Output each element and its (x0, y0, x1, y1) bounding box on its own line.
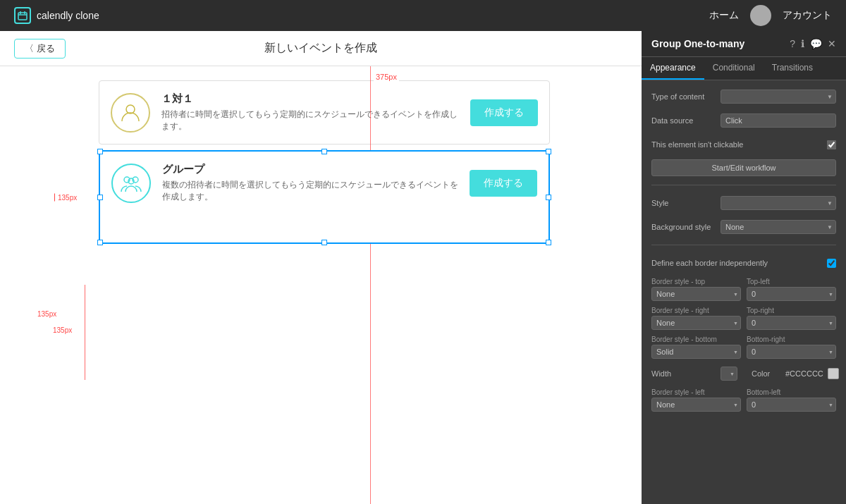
border-bottom-label: Border style - bottom (651, 336, 741, 343)
border-right-section: Border style - right None Top-right 0 (651, 307, 836, 330)
handle-bottom-left[interactable] (97, 240, 103, 245)
svg-point-4 (126, 105, 135, 113)
handle-bottom-right[interactable] (546, 240, 551, 245)
border-left-select-wrap: None (651, 398, 741, 412)
app-logo (14, 7, 31, 24)
border-left-label: Border style - left (651, 388, 741, 396)
handle-top-center[interactable] (321, 149, 327, 154)
card-one-to-one: １対１ 招待者に時間を選択してもらう定期的にスケジュールできるイベントを作成しま… (99, 80, 550, 145)
style-label: Style (651, 199, 715, 207)
width-label: Width (651, 369, 715, 378)
canvas-area: 〈 戻る 新しいイベントを作成 375px 135px (0, 31, 642, 504)
border-bottom-row: Border style - bottom Solid Bottom-right… (651, 336, 836, 359)
not-clickable-row: This element isn't clickable (651, 135, 836, 154)
info-icon[interactable]: ℹ (801, 38, 804, 49)
data-source-label: Data source (651, 116, 715, 125)
bottom-left-col: Bottom-left 0 (747, 388, 836, 412)
define-border-checkbox[interactable] (827, 259, 836, 268)
bottom-right-label: Bottom-right (747, 336, 836, 343)
card-title-group: グループ (162, 163, 458, 176)
chat-icon[interactable]: 💬 (810, 38, 822, 49)
border-top-select[interactable]: None (651, 287, 741, 301)
selected-group[interactable]: 135px (99, 150, 550, 244)
bottom-left-select[interactable]: 0 (747, 398, 836, 412)
border-bottom-section: Border style - bottom Solid Bottom-right… (651, 336, 836, 359)
type-of-content-row: Type of content (651, 87, 836, 106)
width-select[interactable]: 1 (721, 367, 737, 381)
nav-right: ホーム アカウント (709, 5, 832, 26)
card-info-one-to-one: １対１ 招待者に時間を選択してもらう定期的にスケジュールできるイベントを作成しま… (161, 92, 459, 133)
panel-header: Group One-to-many ? ℹ 💬 ✕ (642, 31, 846, 57)
type-content-select[interactable] (721, 90, 836, 104)
handle-top-right[interactable] (546, 149, 551, 154)
border-left-col: Border style - left None (651, 388, 741, 412)
close-icon[interactable]: ✕ (828, 38, 836, 49)
border-left-row: Border style - left None Bottom-left 0 (651, 388, 836, 412)
create-btn-group[interactable]: 作成する (470, 170, 537, 197)
border-right-col: Border style - right None (651, 307, 741, 330)
avatar[interactable] (750, 5, 771, 26)
nav-brand: calendly clone (14, 7, 99, 24)
bg-style-label: Background style (651, 223, 715, 231)
bg-style-select[interactable]: None (721, 220, 836, 234)
handle-bottom-center[interactable] (321, 240, 327, 245)
bottom-left-select-wrap: 0 (747, 398, 836, 412)
card-info-group: グループ 複数の招待者に時間を選択してもらう定期的にスケジュールできるイベントを… (162, 163, 458, 203)
create-btn-one-to-one[interactable]: 作成する (470, 99, 538, 126)
type-content-label: Type of content (651, 92, 715, 101)
bottom-right-select[interactable]: 0 (747, 345, 836, 359)
panel-tabs: Appearance Conditional Transitions (642, 57, 846, 80)
card-icon-group (111, 164, 151, 203)
back-button[interactable]: 〈 戻る (14, 39, 66, 59)
nav-account[interactable]: アカウント (783, 9, 832, 22)
color-swatch[interactable] (828, 368, 839, 379)
divider-2 (651, 245, 836, 245)
top-right-select-wrap: 0 (747, 316, 836, 330)
main-layout: 〈 戻る 新しいイベントを作成 375px 135px (0, 31, 846, 504)
top-left-label: Top-left (747, 278, 836, 285)
tab-conditional[interactable]: Conditional (704, 57, 764, 80)
handle-middle-left[interactable] (97, 195, 103, 200)
color-label: Color (752, 369, 780, 378)
handle-middle-right[interactable] (546, 195, 551, 200)
app-title: calendly clone (37, 10, 99, 21)
border-top-row: Border style - top None Top-left 0 (651, 278, 836, 301)
top-nav: calendly clone ホーム アカウント (0, 0, 846, 31)
border-right-row: Border style - right None Top-right 0 (651, 307, 836, 330)
card-desc-one-to-one: 招待者に時間を選択してもらう定期的にスケジュールできるイベントを作成します。 (161, 109, 459, 133)
not-clickable-checkbox[interactable] (827, 140, 836, 149)
style-select[interactable] (721, 196, 836, 210)
card-desc-group: 複数の招待者に時間を選択してもらう定期的にスケジュールできるイベントを作成します… (162, 179, 458, 203)
border-right-select-wrap: None (651, 316, 741, 330)
color-row: #CCCCCC (785, 368, 839, 379)
tab-transitions[interactable]: Transitions (764, 57, 821, 80)
border-left-select[interactable]: None (651, 398, 741, 412)
border-right-label: Border style - right (651, 307, 741, 314)
color-value: #CCCCCC (785, 369, 823, 378)
border-bottom-col: Border style - bottom Solid (651, 336, 741, 359)
bottom-right-select-wrap: 0 (747, 345, 836, 359)
width-color-row: Width 1 Color #CCCCCC (651, 364, 836, 383)
workflow-button[interactable]: Start/Edit workflow (651, 159, 836, 176)
empty-area (100, 214, 548, 242)
panel-icons: ? ℹ 💬 ✕ (790, 38, 836, 49)
tab-appearance[interactable]: Appearance (642, 57, 704, 80)
help-icon[interactable]: ? (790, 38, 795, 49)
page-header: 〈 戻る 新しいイベントを作成 (0, 31, 642, 66)
border-bottom-select[interactable]: Solid (651, 345, 741, 359)
top-left-select[interactable]: 0 (747, 287, 836, 301)
data-source-value[interactable]: Click (721, 113, 836, 128)
data-source-row: Data source Click (651, 111, 836, 130)
border-right-select[interactable]: None (651, 316, 741, 330)
height-guide-line (85, 285, 85, 380)
bottom-left-label: Bottom-left (747, 388, 836, 396)
top-left-col: Top-left 0 (747, 278, 836, 301)
panel-body: Type of content Data source Click This e… (642, 80, 846, 419)
top-right-select[interactable]: 0 (747, 316, 836, 330)
handle-top-left[interactable] (97, 149, 103, 154)
style-select-wrap (721, 196, 836, 210)
top-left-select-wrap: 0 (747, 287, 836, 301)
bg-style-row: Background style None (651, 218, 836, 236)
bottom-right-col: Bottom-right 0 (747, 336, 836, 359)
nav-home[interactable]: ホーム (709, 9, 739, 22)
